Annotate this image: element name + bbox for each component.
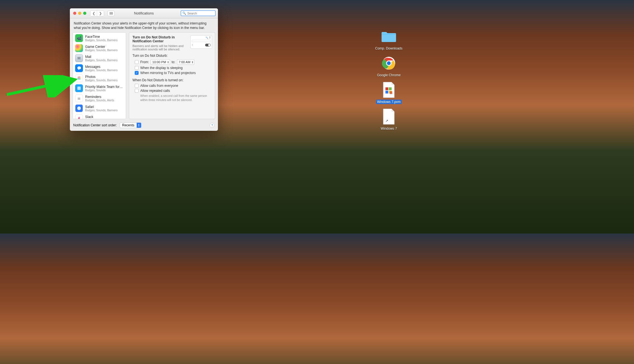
allow-everyone-checkbox[interactable]	[135, 84, 139, 88]
app-name: Reminders	[85, 95, 124, 99]
dnd-schedule-label: Turn on Do Not Disturb:	[132, 54, 212, 58]
desktop-folder-downloads[interactable]: Comp. Downloads	[373, 28, 404, 51]
desktop-icon-label: Google Chrome	[376, 73, 402, 77]
generic-file-icon: ↗	[380, 108, 397, 125]
sleeping-checkbox[interactable]	[135, 66, 139, 70]
dnd-toggle-icon	[205, 44, 211, 46]
app-subtitle: Badges, Sounds, Alerts	[85, 99, 124, 102]
reminders-icon	[75, 94, 83, 102]
search-icon: 🔍	[206, 37, 208, 39]
pvm-file-icon	[380, 81, 397, 99]
show-all-button[interactable]	[107, 11, 115, 16]
svg-rect-4	[389, 87, 392, 90]
app-name: Messages	[85, 65, 124, 69]
safari-icon	[75, 104, 83, 112]
app-name: FaceTime	[85, 35, 124, 39]
allow-everyone-label: Allow calls from everyone	[140, 84, 178, 88]
footer: Notification Center sort order: Recents …	[70, 121, 218, 131]
svg-text:↗: ↗	[385, 119, 388, 123]
app-list[interactable]: FaceTimeBadges, Sounds, BannersGame Cent…	[73, 32, 126, 119]
sleeping-label: When the display is sleeping	[140, 66, 183, 70]
chrome-icon	[380, 55, 397, 72]
app-item-photos[interactable]: PhotosBadges, Sounds, Banners	[73, 73, 126, 83]
slack-icon	[75, 114, 83, 119]
sort-order-select[interactable]: Recents ▲▼	[120, 122, 141, 128]
app-subtitle: Badges, Sounds, Banners	[85, 49, 124, 52]
sort-order-label: Notification Center sort order:	[73, 123, 117, 127]
mirroring-checkbox[interactable]	[135, 71, 139, 75]
desktop-app-chrome[interactable]: Google Chrome	[373, 55, 404, 77]
svg-rect-7	[390, 91, 391, 94]
messages-icon	[75, 64, 83, 72]
help-button[interactable]: ?	[210, 123, 215, 128]
to-label: to:	[172, 60, 175, 64]
close-button[interactable]	[73, 12, 76, 15]
facetime-icon	[75, 34, 83, 42]
mirroring-label: When mirroring to TVs and projectors	[140, 71, 196, 75]
dnd-panel: 🔍≣ ☾ Turn on Do Not Disturb in Notificat…	[129, 32, 215, 119]
repeated-help-text: When enabled, a second call from the sam…	[132, 93, 212, 102]
app-subtitle: Badges, Sounds	[85, 89, 124, 92]
app-subtitle: Badges, Sounds, Banners	[85, 109, 124, 112]
app-name: Game Center	[85, 45, 124, 49]
allow-repeated-label: Allow repeated calls	[140, 89, 170, 93]
moon-icon: ☾	[192, 44, 194, 46]
nav-forward-button[interactable]: ❯	[97, 11, 104, 16]
svg-rect-5	[385, 91, 388, 94]
mail-icon	[75, 54, 83, 62]
to-time-input[interactable]: 7:00 AM▲▼	[177, 59, 194, 65]
desktop-file-win7[interactable]: ↗ Windows 7	[373, 108, 404, 131]
minimize-button[interactable]	[78, 12, 81, 15]
app-name: Safari	[85, 105, 124, 109]
app-item-gamecenter[interactable]: Game CenterBadges, Sounds, Banners	[73, 43, 126, 53]
app-item-slack[interactable]: SlackBadges, Sounds, Banners	[73, 113, 126, 119]
zoom-button[interactable]	[83, 12, 86, 15]
allow-repeated-checkbox[interactable]	[135, 89, 139, 93]
app-subtitle: Badges, Sounds, Banners	[85, 59, 124, 62]
photos-icon	[75, 74, 83, 82]
list-icon: ≣	[209, 37, 211, 39]
notifications-window: ❮ ❯ Notifications 🔍 Notification Center …	[70, 8, 218, 131]
app-item-safari[interactable]: SafariBadges, Sounds, Banners	[73, 103, 126, 113]
search-icon: 🔍	[182, 11, 186, 15]
titlebar[interactable]: ❮ ❯ Notifications 🔍	[70, 8, 218, 18]
app-item-priority[interactable]: Priority Matrix Team for M…Badges, Sound…	[73, 83, 126, 93]
intro-text: Notification Center shows your alerts in…	[70, 18, 218, 32]
app-name: Slack	[85, 115, 124, 119]
nav-back-forward: ❮ ❯	[90, 10, 104, 16]
app-subtitle: Badges, Sounds, Banners	[85, 69, 124, 72]
desktop-file-pvm[interactable]: Windows 7.pvm	[373, 81, 404, 104]
app-item-reminders[interactable]: RemindersBadges, Sounds, Alerts	[73, 93, 126, 103]
gamecenter-icon	[75, 44, 83, 52]
app-subtitle: Badges, Sounds, Banners	[85, 119, 124, 119]
app-name: Photos	[85, 75, 124, 79]
priority-icon	[75, 84, 83, 92]
app-item-mail[interactable]: MailBadges, Sounds, Banners	[73, 53, 126, 63]
desktop-icon-label: Windows 7	[380, 126, 398, 131]
from-time-input[interactable]: 10:00 PM▲▼	[151, 59, 170, 65]
svg-line-10	[7, 80, 72, 95]
svg-rect-3	[385, 87, 388, 90]
annotation-arrow	[6, 75, 78, 97]
from-label: From:	[140, 60, 149, 64]
app-name: Mail	[85, 55, 124, 59]
search-field[interactable]: 🔍	[181, 10, 216, 16]
app-subtitle: Badges, Sounds, Banners	[85, 39, 124, 42]
svg-rect-8	[391, 91, 392, 94]
app-name: Priority Matrix Team for M…	[85, 85, 124, 89]
stepper-icon[interactable]: ▲▼	[167, 61, 169, 63]
stepper-icon[interactable]: ▲▼	[191, 61, 193, 63]
app-item-messages[interactable]: MessagesBadges, Sounds, Banners	[73, 63, 126, 73]
traffic-lights	[73, 12, 86, 15]
app-item-facetime[interactable]: FaceTimeBadges, Sounds, Banners	[73, 33, 126, 43]
folder-icon	[380, 28, 397, 45]
desktop-icon-label: Comp. Downloads	[374, 46, 404, 51]
desktop-icon-label: Windows 7.pvm	[376, 100, 402, 104]
app-subtitle: Badges, Sounds, Banners	[85, 79, 124, 82]
search-input[interactable]	[187, 12, 214, 15]
grid-icon	[110, 12, 113, 14]
window-title: Notifications	[134, 11, 154, 15]
schedule-checkbox[interactable]	[135, 60, 139, 64]
nav-back-button[interactable]: ❮	[90, 11, 97, 16]
desktop-icons: Comp. Downloads Google Chrome Windows 7.…	[373, 28, 404, 131]
